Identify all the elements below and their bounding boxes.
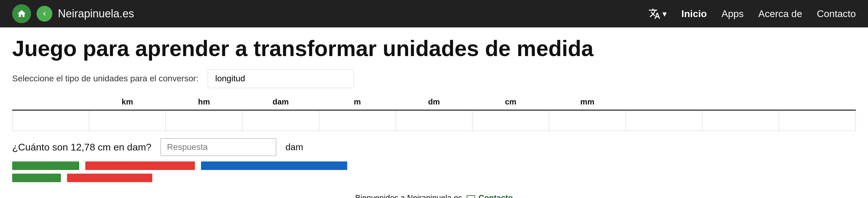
nav-contacto[interactable]: Contacto: [817, 8, 856, 20]
navbar-left: Neirapinuela.es: [12, 4, 134, 23]
input-r1c5[interactable]: [398, 113, 470, 128]
input-r1c8[interactable]: [628, 113, 701, 128]
home-button[interactable]: [12, 4, 31, 23]
footer-contact-link[interactable]: Contacto: [478, 193, 513, 198]
back-icon: [40, 10, 49, 18]
footer-text: Bienvenidos a Neirapinuela.es.: [355, 193, 464, 198]
question-text: ¿Cuánto son 12,78 cm en dam?: [12, 142, 151, 153]
col-header-extra3: [779, 94, 856, 110]
nav-inicio[interactable]: Inicio: [681, 8, 707, 20]
bar-green-2: [12, 174, 61, 182]
question-row: ¿Cuánto son 12,78 cm en dam? dam: [12, 138, 856, 156]
col-header-dam: dam: [242, 94, 319, 110]
nav-acerca[interactable]: Acerca de: [758, 8, 802, 20]
translate-button[interactable]: ▾: [648, 8, 667, 20]
navbar: Neirapinuela.es ▾ Inicio Apps Acerca de …: [0, 0, 868, 27]
input-r1c3[interactable]: [244, 113, 317, 128]
translate-arrow: ▾: [662, 9, 667, 19]
input-r1c7[interactable]: [551, 113, 624, 128]
col-header-km: km: [89, 94, 166, 110]
cell-row1-col8: [626, 110, 702, 131]
col-header-cm: cm: [472, 94, 549, 110]
col-header-empty: [12, 94, 89, 110]
cell-row1-col0: [12, 110, 89, 131]
unit-type-row: Seleccione el tipo de unidades para el c…: [12, 69, 856, 88]
back-button[interactable]: [36, 6, 52, 22]
navbar-right: ▾ Inicio Apps Acerca de Contacto: [648, 8, 856, 20]
bar-blue: [201, 161, 347, 170]
input-r1c9[interactable]: [704, 113, 777, 128]
col-header-mm: mm: [549, 94, 626, 110]
main-content: Juego para aprender a transformar unidad…: [0, 27, 868, 188]
footer: Bienvenidos a Neirapinuela.es. Contacto: [0, 188, 868, 198]
home-icon: [17, 9, 27, 19]
input-r1c0[interactable]: [14, 113, 87, 128]
cell-row1-col5: [396, 110, 472, 131]
cell-row1-col7: [549, 110, 626, 131]
table-row: [12, 110, 856, 131]
col-header-dm: dm: [396, 94, 472, 110]
site-title: Neirapinuela.es: [58, 7, 134, 20]
input-r1c6[interactable]: [474, 113, 547, 128]
nav-apps[interactable]: Apps: [721, 8, 744, 20]
cell-row1-col2: [166, 110, 242, 131]
units-table: km hm dam m dm cm mm: [12, 94, 856, 131]
unit-type-label: Seleccione el tipo de unidades para el c…: [12, 74, 198, 84]
cell-row1-col4: [319, 110, 396, 131]
page-title: Juego para aprender a transformar unidad…: [12, 37, 856, 61]
cell-row1-col9: [702, 110, 779, 131]
col-header-extra2: [702, 94, 779, 110]
cell-row1-col1: [89, 110, 166, 131]
cell-row1-col3: [242, 110, 319, 131]
contact-icon: [467, 195, 475, 198]
answer-unit: dam: [285, 142, 303, 152]
bar-red-2: [67, 174, 152, 182]
input-r1c2[interactable]: [167, 113, 240, 128]
input-r1c10[interactable]: [781, 113, 854, 128]
bar-green: [12, 161, 79, 170]
table-header-row: km hm dam m dm cm mm: [12, 94, 856, 110]
unit-type-input[interactable]: [208, 69, 354, 88]
col-header-extra1: [626, 94, 702, 110]
answer-input[interactable]: [160, 138, 276, 156]
col-header-m: m: [319, 94, 396, 110]
progress-bars-2: [12, 174, 856, 182]
cell-row1-col6: [472, 110, 549, 131]
input-r1c1[interactable]: [91, 113, 164, 128]
input-r1c4[interactable]: [321, 113, 394, 128]
bar-red: [85, 161, 195, 170]
translate-icon: [648, 8, 660, 20]
cell-row1-col10: [779, 110, 856, 131]
col-header-hm: hm: [166, 94, 242, 110]
progress-bars: [12, 161, 856, 170]
